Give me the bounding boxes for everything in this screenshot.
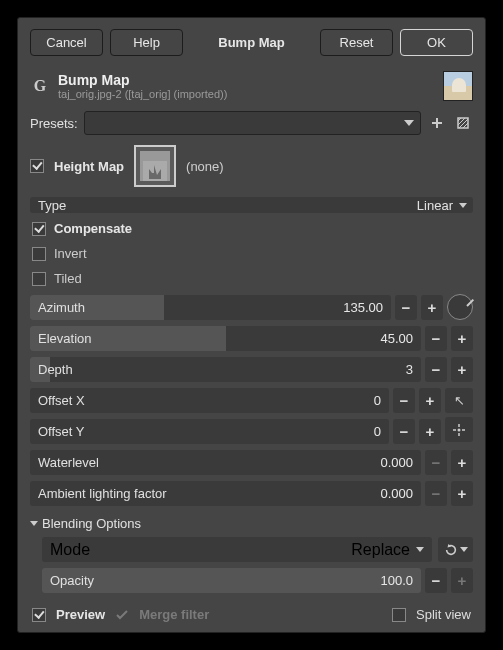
presets-label: Presets: <box>30 116 78 131</box>
image-subtitle: taj_orig.jpg-2 ([taj_orig] (imported)) <box>58 88 435 100</box>
tiled-label: Tiled <box>54 271 82 286</box>
reset-button[interactable]: Reset <box>320 29 393 56</box>
waterlevel-decrement-button[interactable]: − <box>425 450 447 475</box>
waterlevel-label: Waterlevel <box>38 455 99 470</box>
blending-options-label: Blending Options <box>42 516 141 531</box>
waterlevel-increment-button[interactable]: + <box>451 450 473 475</box>
type-dropdown[interactable]: Type Linear <box>30 197 473 213</box>
elevation-slider[interactable]: Elevation 45.00 <box>30 326 421 351</box>
offset-y-decrement-button[interactable]: − <box>393 419 415 444</box>
ambient-slider[interactable]: Ambient lighting factor 0.000 <box>30 481 421 506</box>
offset-y-label: Offset Y <box>38 424 85 439</box>
ambient-increment-button[interactable]: + <box>451 481 473 506</box>
reset-arrow-icon <box>444 543 458 557</box>
image-placeholder-icon <box>143 161 167 181</box>
help-button[interactable]: Help <box>110 29 183 56</box>
presets-dropdown[interactable] <box>84 111 421 135</box>
image-thumbnail <box>443 71 473 101</box>
split-view-label: Split view <box>416 607 471 622</box>
offset-y-row: Offset Y 0 − + <box>30 419 441 444</box>
ambient-row: Ambient lighting factor 0.000 − + <box>30 481 473 506</box>
elevation-increment-button[interactable]: + <box>451 326 473 351</box>
height-map-row: Height Map (none) <box>30 141 473 191</box>
azimuth-dial[interactable] <box>447 294 473 320</box>
center-target-icon <box>451 422 467 438</box>
invert-label: Invert <box>54 246 87 261</box>
type-label: Type <box>38 198 66 213</box>
depth-value: 3 <box>406 362 413 377</box>
mode-row: Mode Replace <box>42 537 473 562</box>
svg-point-2 <box>458 428 461 431</box>
elevation-label: Elevation <box>38 331 91 346</box>
tiled-checkbox[interactable] <box>32 272 46 286</box>
elevation-value: 45.00 <box>380 331 413 346</box>
opacity-row: Opacity 100.0 − + <box>42 568 473 593</box>
pointer-icon: ↖ <box>454 393 465 408</box>
azimuth-increment-button[interactable]: + <box>421 295 443 320</box>
elevation-decrement-button[interactable]: − <box>425 326 447 351</box>
compensate-label: Compensate <box>54 221 132 236</box>
azimuth-row: Azimuth 135.00 − + <box>30 294 473 320</box>
offset-y-value: 0 <box>374 424 381 439</box>
depth-label: Depth <box>38 362 73 377</box>
height-map-checkbox[interactable] <box>30 159 44 173</box>
opacity-increment-button[interactable]: + <box>451 568 473 593</box>
azimuth-value: 135.00 <box>343 300 383 315</box>
preview-label: Preview <box>56 607 105 622</box>
cancel-button[interactable]: Cancel <box>30 29 103 56</box>
offset-y-increment-button[interactable]: + <box>419 419 441 444</box>
merge-filter-label: Merge filter <box>139 607 209 622</box>
offset-center-button[interactable] <box>445 417 473 442</box>
azimuth-label: Azimuth <box>38 300 85 315</box>
depth-slider[interactable]: Depth 3 <box>30 357 421 382</box>
dialog-title: Bump Map <box>190 29 313 56</box>
preset-menu-button[interactable] <box>453 113 473 133</box>
mode-reset-button[interactable] <box>438 537 473 562</box>
ok-button[interactable]: OK <box>400 29 473 56</box>
offset-x-row: Offset X 0 − + <box>30 388 441 413</box>
header-bar: G Bump Map taj_orig.jpg-2 ([taj_orig] (i… <box>18 65 485 105</box>
preview-checkbox[interactable] <box>32 608 46 622</box>
opacity-decrement-button[interactable]: − <box>425 568 447 593</box>
invert-checkbox[interactable] <box>32 247 46 261</box>
ambient-label: Ambient lighting factor <box>38 486 167 501</box>
azimuth-decrement-button[interactable]: − <box>395 295 417 320</box>
dialog-button-bar: Cancel Help Bump Map Reset OK <box>18 18 485 65</box>
offset-x-increment-button[interactable]: + <box>419 388 441 413</box>
depth-row: Depth 3 − + <box>30 357 473 382</box>
chevron-down-icon <box>416 547 424 552</box>
waterlevel-row: Waterlevel 0.000 − + <box>30 450 473 475</box>
ambient-decrement-button[interactable]: − <box>425 481 447 506</box>
offset-pick-button[interactable]: ↖ <box>445 388 473 413</box>
depth-decrement-button[interactable]: − <box>425 357 447 382</box>
mode-dropdown[interactable]: Mode Replace <box>42 537 432 562</box>
chevron-down-icon <box>30 521 38 526</box>
opacity-label: Opacity <box>50 573 94 588</box>
waterlevel-value: 0.000 <box>380 455 413 470</box>
height-map-value: (none) <box>186 159 224 174</box>
offset-x-slider[interactable]: Offset X 0 <box>30 388 389 413</box>
type-value: Linear <box>417 198 453 213</box>
chevron-down-icon <box>460 547 468 552</box>
preset-add-button[interactable] <box>427 113 447 133</box>
offset-y-slider[interactable]: Offset Y 0 <box>30 419 389 444</box>
presets-row: Presets: <box>30 111 473 135</box>
offset-x-decrement-button[interactable]: − <box>393 388 415 413</box>
azimuth-slider[interactable]: Azimuth 135.00 <box>30 295 391 320</box>
compensate-checkbox[interactable] <box>32 222 46 236</box>
split-view-checkbox[interactable] <box>392 608 406 622</box>
mode-value: Replace <box>351 541 410 559</box>
waterlevel-slider[interactable]: Waterlevel 0.000 <box>30 450 421 475</box>
footer-bar: Preview Merge filter Split view <box>30 599 473 622</box>
opacity-slider[interactable]: Opacity 100.0 <box>42 568 421 593</box>
height-map-label: Height Map <box>54 159 124 174</box>
ambient-value: 0.000 <box>380 486 413 501</box>
blending-options-expander[interactable]: Blending Options <box>30 512 473 531</box>
elevation-row: Elevation 45.00 − + <box>30 326 473 351</box>
depth-increment-button[interactable]: + <box>451 357 473 382</box>
opacity-value: 100.0 <box>380 573 413 588</box>
offset-x-label: Offset X <box>38 393 85 408</box>
chevron-down-icon <box>459 203 467 208</box>
height-map-source-button[interactable] <box>134 145 176 187</box>
bump-map-dialog: Cancel Help Bump Map Reset OK G Bump Map… <box>17 17 486 633</box>
